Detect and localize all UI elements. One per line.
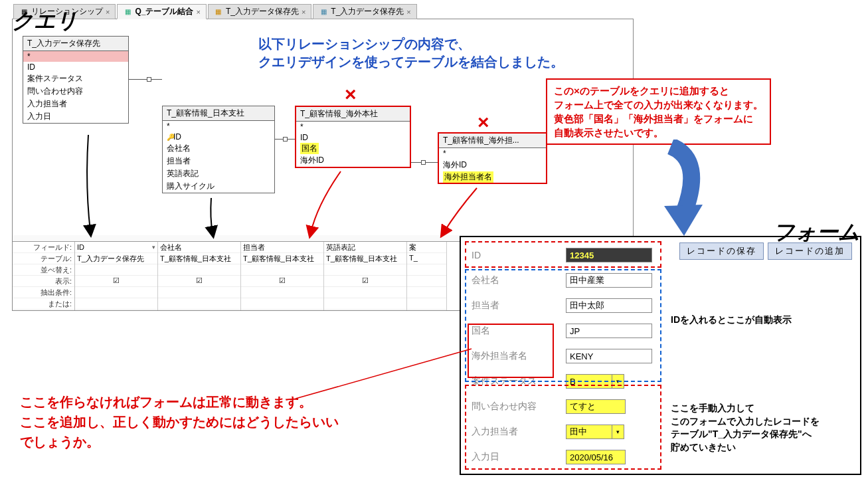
dashed-red-box-id — [465, 241, 661, 268]
dashed-red-box-manual — [465, 385, 661, 470]
qbe-criteria-cell[interactable] — [158, 287, 240, 298]
qbe-show-cell[interactable] — [407, 276, 446, 287]
qbe-or-cell[interactable] — [407, 298, 446, 310]
qbe-column[interactable]: 会社名 T_顧客情報_日本支社 ☑ — [158, 242, 241, 310]
table-title: T_顧客情報_海外本社 — [296, 107, 410, 122]
tab-label: Q_テーブル結合 — [135, 6, 193, 17]
qbe-criteria-cell[interactable] — [324, 287, 406, 298]
qbe-field-cell[interactable]: 会社名 — [158, 242, 240, 253]
field-row[interactable]: 英語表記 — [163, 167, 274, 180]
qbe-field-cell[interactable]: ID — [77, 243, 84, 251]
tab-table-form[interactable]: ▦ T_入力データ保存先 × — [208, 4, 311, 19]
auto-display-annotation: IDを入れるとここが自動表示 — [671, 314, 792, 327]
blue-curved-arrow — [624, 140, 717, 246]
qbe-table-cell[interactable]: T_ — [407, 253, 446, 264]
x-mark-annotation: × — [477, 111, 489, 134]
qbe-criteria-cell[interactable] — [75, 287, 157, 298]
field-row-highlighted[interactable]: 海外担当者名 — [443, 171, 493, 183]
field-row[interactable]: * — [163, 121, 274, 132]
field-row[interactable]: 海外ID — [439, 159, 546, 171]
close-icon[interactable]: × — [302, 8, 305, 16]
join-node[interactable] — [147, 77, 151, 82]
join-node[interactable] — [283, 137, 288, 142]
red-question-text: ここを作らなければフォームは正常に動きます。 ここを追加し、正しく動かすためには… — [20, 392, 339, 452]
table-title: T_顧客情報_海外担... — [439, 134, 546, 148]
qbe-label-or: または: — [13, 298, 74, 310]
join-line — [129, 79, 162, 80]
qbe-field-cell[interactable]: 担当者 — [241, 242, 323, 253]
field-row[interactable]: ID — [296, 132, 410, 143]
table-box-customer-overseas-hq[interactable]: T_顧客情報_海外本社 * ID 国名 海外ID — [295, 106, 411, 168]
x-mark-annotation: × — [345, 83, 357, 106]
field-row-highlighted[interactable]: 国名 — [300, 143, 319, 154]
form-section-label: フォーム — [773, 218, 860, 247]
qbe-show-cell[interactable]: ☑ — [241, 276, 323, 287]
table-title: T_顧客情報_日本支社 — [163, 106, 274, 121]
qbe-label-show: 表示: — [13, 276, 74, 287]
qbe-field-cell[interactable]: 案 — [407, 242, 446, 253]
tab-query[interactable]: ▦ Q_テーブル結合 × — [117, 4, 206, 19]
solid-red-box-target — [468, 324, 554, 378]
close-icon[interactable]: × — [196, 8, 200, 16]
field-row[interactable]: 入力担当者 — [23, 98, 128, 110]
table-box-input-data[interactable]: T_入力データ保存先 * ID 案件ステータス 問い合わせ内容 入力担当者 入力… — [23, 36, 129, 124]
qbe-label-field: フィールド: — [13, 242, 74, 253]
qbe-table-cell[interactable]: T_顧客情報_日本支社 — [241, 253, 323, 264]
field-row[interactable]: 問い合わせ内容 — [23, 85, 128, 98]
qbe-show-cell[interactable]: ☑ — [75, 276, 157, 287]
qbe-criteria-cell[interactable] — [407, 287, 446, 298]
qbe-or-cell[interactable] — [158, 298, 240, 310]
save-record-button[interactable]: レコードの保存 — [679, 242, 764, 260]
field-row[interactable]: 会社名 — [163, 142, 274, 155]
manual-input-annotation: ここを手動入力して このフォームで入力したレコードを テーブル"T_入力データ保… — [671, 402, 820, 454]
qbe-field-cell[interactable]: 英語表記 — [324, 242, 406, 253]
close-icon[interactable]: × — [106, 8, 110, 16]
field-row[interactable]: 海外ID — [296, 154, 410, 167]
field-row[interactable]: 案件ステータス — [23, 72, 128, 85]
qbe-label-sort: 並べ替え: — [13, 264, 74, 276]
qbe-or-cell[interactable] — [75, 298, 157, 310]
qbe-table-cell[interactable]: T_顧客情報_日本支社 — [324, 253, 406, 264]
qbe-show-cell[interactable]: ☑ — [158, 276, 240, 287]
qbe-label-criteria: 抽出条件: — [13, 287, 74, 298]
query-icon: ▦ — [123, 7, 132, 17]
qbe-criteria-cell[interactable] — [241, 287, 323, 298]
tab-label: T_入力データ保存先 — [226, 6, 299, 17]
dropdown-icon[interactable]: ▾ — [152, 244, 155, 250]
qbe-sort-cell[interactable] — [324, 264, 406, 276]
qbe-column[interactable]: 英語表記 T_顧客情報_日本支社 ☑ — [324, 242, 407, 310]
svg-line-0 — [296, 349, 472, 399]
qbe-table-cell[interactable]: T_入力データ保存先 — [75, 253, 157, 264]
qbe-sort-cell[interactable] — [407, 264, 446, 276]
field-row[interactable]: 担当者 — [163, 155, 274, 167]
table-icon: ▦ — [319, 7, 328, 17]
field-row[interactable]: * — [296, 122, 410, 132]
field-row[interactable]: 購入サイクル — [163, 180, 274, 193]
tab-label: T_入力データ保存先 — [331, 6, 404, 17]
relationship-canvas[interactable]: 以下リレーションシップの内容で、 クエリデザインを使ってテーブルを結合しました。… — [13, 19, 633, 235]
field-row[interactable]: * — [23, 51, 128, 62]
close-icon[interactable]: × — [406, 8, 410, 16]
blue-instruction-note: 以下リレーションシップの内容で、 クエリデザインを使ってテーブルを結合しました。 — [258, 35, 564, 71]
field-row[interactable]: 🔑ID — [163, 132, 274, 142]
qbe-sort-cell[interactable] — [75, 264, 157, 276]
qbe-column[interactable]: 担当者 T_顧客情報_日本支社 ☑ — [241, 242, 324, 310]
qbe-column[interactable]: ID▾ T_入力データ保存先 ☑ — [75, 242, 158, 310]
tab-table-datasheet[interactable]: ▦ T_入力データ保存先 × — [313, 4, 416, 19]
qbe-label-table: テーブル: — [13, 253, 74, 264]
table-box-customer-overseas-staff[interactable]: T_顧客情報_海外担... * 海外ID 海外担当者名 — [438, 132, 547, 184]
field-row[interactable]: ID — [23, 62, 128, 72]
form-icon: ▦ — [214, 7, 223, 17]
field-row[interactable]: 入力日 — [23, 110, 128, 123]
qbe-sort-cell[interactable] — [241, 264, 323, 276]
qbe-show-cell[interactable]: ☑ — [324, 276, 406, 287]
join-node[interactable] — [421, 160, 426, 165]
qbe-column[interactable]: 案 T_ — [407, 242, 447, 310]
qbe-row-labels: フィールド: テーブル: 並べ替え: 表示: 抽出条件: または: — [13, 242, 75, 310]
qbe-or-cell[interactable] — [241, 298, 323, 310]
table-box-customer-jp[interactable]: T_顧客情報_日本支社 * 🔑ID 会社名 担当者 英語表記 購入サイクル — [162, 106, 275, 193]
field-row[interactable]: * — [439, 148, 546, 159]
qbe-table-cell[interactable]: T_顧客情報_日本支社 — [158, 253, 240, 264]
qbe-sort-cell[interactable] — [158, 264, 240, 276]
qbe-or-cell[interactable] — [324, 298, 406, 310]
